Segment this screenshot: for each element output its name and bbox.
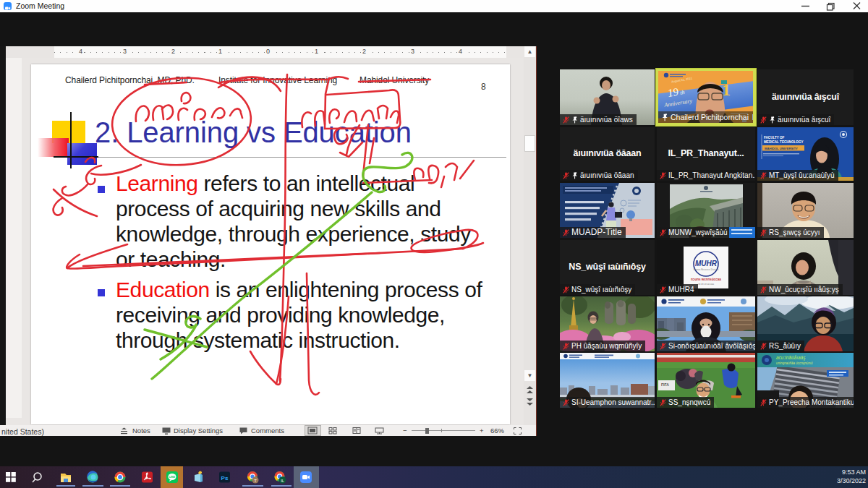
- svg-text:Ps: Ps: [221, 475, 229, 481]
- svg-text:MEDICAL TECHNOLOGY: MEDICAL TECHNOLOGY: [764, 140, 804, 144]
- svg-text:T: T: [254, 479, 257, 483]
- svg-text:MAHIDOL UNIVERSITY: MAHIDOL UNIVERSITY: [765, 147, 798, 150]
- svg-text:FIFA: FIFA: [661, 382, 669, 387]
- svg-text:Human Resource Division: Human Resource Division: [694, 268, 719, 271]
- svg-text:nɔuns wɛnnsúccaa: nɔuns wɛnnsúccaa: [691, 278, 721, 281]
- svg-text:MUHR: MUHR: [695, 260, 718, 267]
- svg-text:uninqnaùñâa úccnqnùnıû: uninqnaùñâa úccnqnùnıû: [776, 361, 813, 365]
- svg-text:un ön un aü uåa: un ön un aü uåa: [698, 283, 714, 286]
- svg-text:LINE: LINE: [169, 476, 176, 479]
- svg-text:acu:inãûåıaâş: acu:inãûåıaâş: [776, 355, 806, 361]
- svg-text:FACULTY OF: FACULTY OF: [764, 136, 785, 140]
- svg-text:IL: IL: [281, 479, 284, 483]
